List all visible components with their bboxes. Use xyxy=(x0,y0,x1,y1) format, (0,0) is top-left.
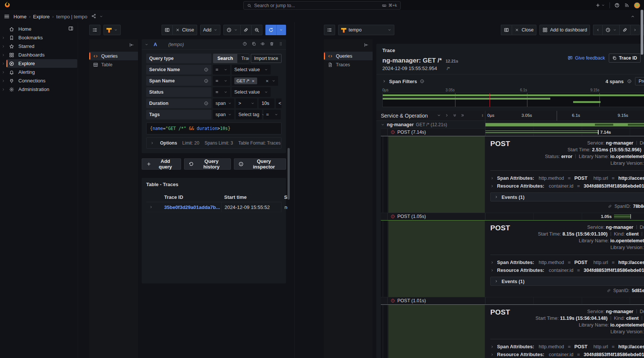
tags-key-select[interactable]: Select tag xyxy=(236,110,262,119)
sidebar-item-home[interactable]: Home xyxy=(0,25,78,33)
time-shift-forward-button[interactable] xyxy=(630,25,640,35)
close-pane-button-left[interactable]: Close xyxy=(172,25,197,35)
prev-span-button[interactable]: Prev xyxy=(635,77,644,85)
copy-link-button-right[interactable] xyxy=(619,25,630,35)
span-bar[interactable] xyxy=(485,123,644,127)
collapse-one-icon[interactable] xyxy=(437,113,441,119)
datasource-picker-right[interactable]: tempo xyxy=(338,25,394,35)
breadcrumb-item[interactable]: Explore xyxy=(33,14,49,19)
status-value[interactable]: Select value xyxy=(232,87,271,97)
status-operator[interactable]: = xyxy=(213,87,230,97)
span-attributes-row[interactable]: Span Attributes: http.method=POSThttp.ur… xyxy=(490,174,644,182)
sidebar-item-explore[interactable]: Explore xyxy=(0,59,78,68)
run-query-interval-left[interactable] xyxy=(276,25,286,35)
split-pane-button[interactable] xyxy=(162,25,172,35)
span-row[interactable]: POST (1.01s) 1.01s xyxy=(381,297,644,304)
expand-one-icon[interactable] xyxy=(445,113,449,119)
datasource-picker-left[interactable] xyxy=(103,25,121,35)
sidebar-item-connections[interactable]: Connections xyxy=(0,76,78,85)
expand-row-icon[interactable] xyxy=(146,204,161,210)
avatar[interactable] xyxy=(634,2,640,9)
collapse-query-icon[interactable] xyxy=(145,43,148,46)
duration-operator[interactable]: > xyxy=(236,98,257,108)
add-to-dashboard-button[interactable]: Add to dashboard xyxy=(539,25,590,35)
tags-operator[interactable]: = xyxy=(264,110,281,119)
query-outline-button[interactable] xyxy=(89,25,100,35)
split-pane-button-right[interactable] xyxy=(501,25,512,35)
sidebar-item-dashboards[interactable]: Dashboards xyxy=(0,51,78,59)
expand-icon[interactable] xyxy=(0,62,6,66)
time-picker-right[interactable] xyxy=(602,25,619,35)
news-button[interactable] xyxy=(624,3,629,8)
share-shortcut-button[interactable] xyxy=(91,13,96,20)
right-tab-traces[interactable]: Traces xyxy=(324,60,373,69)
add-button-left[interactable]: Add xyxy=(200,25,220,35)
span-row[interactable]: POST (1.05s) 1.05s xyxy=(381,213,644,220)
table-row[interactable]: 35be0f3d29a01adda7b... 2024-12-09 15:55:… xyxy=(146,202,282,212)
expand-icon[interactable] xyxy=(0,88,6,91)
span-attributes-row[interactable]: Span Attributes: http.method=POSThttp.ur… xyxy=(490,258,644,266)
span-name-operator[interactable]: = xyxy=(213,76,230,86)
toggle-query-button[interactable] xyxy=(261,42,265,47)
query-type-tab-search[interactable]: Search xyxy=(213,54,237,63)
expand-icon[interactable] xyxy=(0,79,6,83)
query-help-button[interactable] xyxy=(243,42,247,47)
search-input[interactable]: Search or jump to... ⌘+k xyxy=(243,1,401,10)
resource-attributes-row[interactable]: Resource Attributes: container.id=304fd8… xyxy=(490,266,644,274)
remove-chip-icon[interactable]: ✕ xyxy=(252,79,255,83)
query-editor-header[interactable]: A (tempo) xyxy=(142,39,286,50)
right-tab-queries[interactable]: Queries xyxy=(324,52,373,60)
events-row[interactable]: Events (1) xyxy=(490,192,644,201)
time-shift-back-button[interactable] xyxy=(593,25,602,35)
mega-menu-button[interactable] xyxy=(4,13,10,19)
collapse-toolbar-button[interactable] xyxy=(631,14,640,19)
span-bar[interactable] xyxy=(614,215,631,218)
close-pane-button-right[interactable]: Close xyxy=(512,25,536,35)
span-name-value[interactable]: GET /*✕ ✕ xyxy=(232,76,278,86)
zoom-out-button-left[interactable] xyxy=(251,25,262,35)
query-history-button[interactable]: Query history xyxy=(184,158,231,170)
run-query-button-left[interactable] xyxy=(265,25,276,35)
time-picker-left[interactable] xyxy=(223,25,240,35)
service-name-operator[interactable]: = xyxy=(213,65,230,75)
sidebar-item-alerting[interactable]: Alerting xyxy=(0,68,78,76)
collapse-sidebar-button[interactable] xyxy=(129,42,134,49)
add-query-button[interactable]: Add query xyxy=(142,158,181,170)
query-type-tab-traceql[interactable]: TraceQL xyxy=(237,54,249,63)
trace-minimap[interactable]: 0μs3.05s6.1s9.15s12.21s xyxy=(376,88,644,111)
expand-icon[interactable] xyxy=(0,53,6,57)
breadcrumb-more-button[interactable] xyxy=(99,14,103,19)
span-filters-expand-icon[interactable] xyxy=(382,79,386,83)
drag-query-handle[interactable] xyxy=(279,42,283,47)
span-bar[interactable] xyxy=(485,131,598,134)
collapse-all-icon[interactable] xyxy=(452,113,457,119)
query-options-row[interactable]: Options Limit: 20Spans Limit: 3Table For… xyxy=(146,137,282,149)
expand-icon[interactable] xyxy=(0,36,6,40)
clear-select-icon[interactable]: ✕ xyxy=(266,79,269,83)
resource-attributes-row[interactable]: Resource Attributes: container.id=304fd8… xyxy=(490,182,644,190)
service-name-value[interactable]: Select value xyxy=(232,65,271,75)
breadcrumb-item[interactable]: Home xyxy=(13,14,27,19)
span-filters-label[interactable]: Span Filters xyxy=(389,79,417,84)
query-outline-button-right[interactable] xyxy=(324,25,335,35)
expand-icon[interactable] xyxy=(0,45,6,48)
span-attributes-row[interactable]: Span Attributes: http.method=POSThttp.ur… xyxy=(490,343,644,351)
duration-max-operator[interactable]: < xyxy=(276,98,282,108)
trace-id-link[interactable]: 35be0f3d29a01adda7b... xyxy=(161,204,221,210)
left-tab-queries[interactable]: Queries xyxy=(89,52,138,60)
trace-id-button[interactable]: Trace ID xyxy=(609,54,641,63)
expand-icon[interactable] xyxy=(0,70,6,74)
span-row[interactable]: POST (7.14s) 7.14s xyxy=(381,129,644,136)
collapse-span-icon[interactable] xyxy=(381,123,385,127)
sidebar-item-bookmarks[interactable]: Bookmarks xyxy=(0,33,78,42)
import-trace-button[interactable]: Import trace xyxy=(251,54,282,63)
expand-all-icon[interactable] xyxy=(460,113,465,119)
span-name-chip[interactable]: GET /*✕ xyxy=(234,78,257,84)
collapse-sidebar-button[interactable] xyxy=(364,42,369,49)
grafana-logo[interactable] xyxy=(4,1,11,9)
resource-attributes-row[interactable]: Resource Attributes: container.id=304fd8… xyxy=(490,351,644,358)
left-pane-scrollbar[interactable] xyxy=(288,148,290,200)
span-row-root[interactable]: ng-manager GET /* (12.21s) xyxy=(381,121,644,129)
new-menu-button[interactable] xyxy=(595,3,605,8)
left-tab-table[interactable]: Table xyxy=(89,60,138,69)
